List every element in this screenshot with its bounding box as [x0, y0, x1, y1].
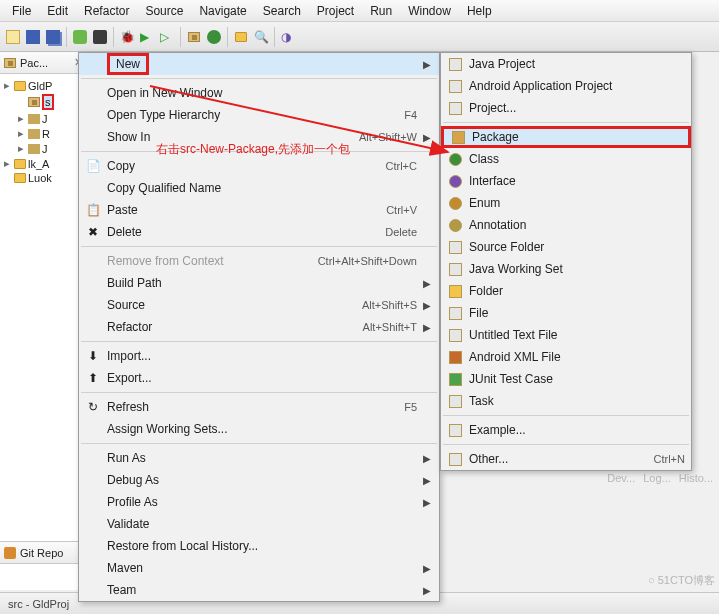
menu-item-open-type-hierarchy[interactable]: Open Type HierarchyF4: [79, 104, 439, 126]
menu-window[interactable]: Window: [400, 1, 459, 21]
submenu-item-interface[interactable]: Interface: [441, 170, 691, 192]
jar-icon: [28, 144, 40, 154]
debug-button[interactable]: 🐞: [118, 28, 136, 46]
tree-node-src[interactable]: s: [2, 93, 85, 111]
avd-button[interactable]: [91, 28, 109, 46]
menu-item-profile-as[interactable]: Profile As▶: [79, 491, 439, 513]
menu-item-export[interactable]: ⬆Export...: [79, 367, 439, 389]
submenu-item-java-working-set[interactable]: Java Working Set: [441, 258, 691, 280]
menu-separator: [81, 78, 437, 79]
run-button[interactable]: ▶: [138, 28, 156, 46]
tree-node-project[interactable]: Luok: [2, 171, 85, 185]
menu-item-validate[interactable]: Validate: [79, 513, 439, 535]
submenu-item-example[interactable]: Example...: [441, 419, 691, 441]
menu-item-maven[interactable]: Maven▶: [79, 557, 439, 579]
git-repo-label: Git Repo: [20, 547, 63, 559]
menu-item-copy[interactable]: 📄CopyCtrl+C: [79, 155, 439, 177]
menu-separator: [81, 341, 437, 342]
submenu-item-java-project[interactable]: Java Project: [441, 53, 691, 75]
save-all-button[interactable]: [44, 28, 62, 46]
menu-item-run-as[interactable]: Run As▶: [79, 447, 439, 469]
menu-item-refresh[interactable]: ↻RefreshF5: [79, 396, 439, 418]
menu-separator: [443, 444, 689, 445]
submenu-item-other[interactable]: Other...Ctrl+N: [441, 448, 691, 470]
paste-icon: 📋: [79, 203, 107, 217]
toolbar-separator: [113, 27, 114, 47]
git-repo-tab[interactable]: Git Repo: [0, 542, 88, 564]
android-sdk-button[interactable]: [71, 28, 89, 46]
other-icon: [441, 453, 469, 466]
tree-node-jar[interactable]: ▸J: [2, 141, 85, 156]
menu-source[interactable]: Source: [137, 1, 191, 21]
save-button[interactable]: [24, 28, 42, 46]
tree-node-jar[interactable]: ▸J: [2, 111, 85, 126]
menu-edit[interactable]: Edit: [39, 1, 76, 21]
submenu-item-folder[interactable]: Folder: [441, 280, 691, 302]
submenu-item-file[interactable]: File: [441, 302, 691, 324]
menu-shortcut: Delete: [385, 226, 423, 238]
tree-node-project[interactable]: ▸GldP: [2, 78, 85, 93]
menu-item-label: Refresh: [107, 400, 404, 414]
menu-item-label: Run As: [107, 451, 423, 465]
submenu-item-junit-test-case[interactable]: JUnit Test Case: [441, 368, 691, 390]
menu-item-label: Copy: [107, 159, 386, 173]
new-class-button[interactable]: [205, 28, 223, 46]
menu-item-restore-from-local-history[interactable]: Restore from Local History...: [79, 535, 439, 557]
menu-item-team[interactable]: Team▶: [79, 579, 439, 601]
new-submenu[interactable]: Java ProjectAndroid Application ProjectP…: [440, 52, 692, 471]
submenu-item-android-xml-file[interactable]: Android XML File: [441, 346, 691, 368]
menu-item-copy-qualified-name[interactable]: Copy Qualified Name: [79, 177, 439, 199]
menu-item-source[interactable]: SourceAlt+Shift+S▶: [79, 294, 439, 316]
submenu-arrow-icon: ▶: [423, 453, 433, 464]
menu-item-refactor[interactable]: RefactorAlt+Shift+T▶: [79, 316, 439, 338]
submenu-item-label: JUnit Test Case: [469, 372, 685, 386]
pkg-icon: [444, 131, 472, 144]
menu-item-label: Open in New Window: [107, 86, 423, 100]
open-task-button[interactable]: ◑: [279, 28, 297, 46]
menu-run[interactable]: Run: [362, 1, 400, 21]
tree-node-jar[interactable]: ▸R: [2, 126, 85, 141]
tree-node-project[interactable]: ▸lk_A: [2, 156, 85, 171]
menu-item-label: Import...: [107, 349, 423, 363]
package-icon: [4, 58, 16, 68]
project-tree[interactable]: ▸GldP s ▸J ▸R ▸J ▸lk_A Luok: [0, 74, 87, 189]
submenu-item-enum[interactable]: Enum: [441, 192, 691, 214]
submenu-item-untitled-text-file[interactable]: Untitled Text File: [441, 324, 691, 346]
submenu-item-task[interactable]: Task: [441, 390, 691, 412]
anno-icon: [441, 219, 469, 232]
run-last-button[interactable]: ▷: [158, 28, 176, 46]
menu-item-label: Remove from Context: [107, 254, 318, 268]
submenu-item-package[interactable]: Package: [441, 126, 691, 148]
folder-icon: [441, 285, 469, 298]
menu-file[interactable]: File: [4, 1, 39, 21]
menu-search[interactable]: Search: [255, 1, 309, 21]
menu-item-build-path[interactable]: Build Path▶: [79, 272, 439, 294]
menu-item-open-in-new-window[interactable]: Open in New Window: [79, 82, 439, 104]
menu-item-paste[interactable]: 📋PasteCtrl+V: [79, 199, 439, 221]
menu-item-label: Delete: [107, 225, 385, 239]
menu-help[interactable]: Help: [459, 1, 500, 21]
submenu-item-annotation[interactable]: Annotation: [441, 214, 691, 236]
submenu-item-android-application-project[interactable]: Android Application Project: [441, 75, 691, 97]
menu-project[interactable]: Project: [309, 1, 362, 21]
menu-refactor[interactable]: Refactor: [76, 1, 137, 21]
new-button[interactable]: [4, 28, 22, 46]
submenu-item-source-folder[interactable]: Source Folder: [441, 236, 691, 258]
package-explorer-tab[interactable]: Pac... ✕: [0, 52, 87, 74]
submenu-item-label: File: [469, 306, 685, 320]
menu-item-label: Assign Working Sets...: [107, 422, 423, 436]
watermark: ○ 51CTO博客: [648, 573, 715, 588]
context-menu[interactable]: New▶Open in New WindowOpen Type Hierarch…: [78, 52, 440, 602]
new-package-button[interactable]: [185, 28, 203, 46]
menu-item-debug-as[interactable]: Debug As▶: [79, 469, 439, 491]
menu-item-delete[interactable]: ✖DeleteDelete: [79, 221, 439, 243]
menu-item-assign-working-sets[interactable]: Assign Working Sets...: [79, 418, 439, 440]
menu-item-new[interactable]: New▶: [79, 53, 439, 75]
submenu-item-project[interactable]: Project...: [441, 97, 691, 119]
submenu-item-class[interactable]: Class: [441, 148, 691, 170]
open-type-button[interactable]: [232, 28, 250, 46]
menu-navigate[interactable]: Navigate: [191, 1, 254, 21]
menu-item-label: Copy Qualified Name: [107, 181, 423, 195]
search-button[interactable]: 🔍: [252, 28, 270, 46]
menu-item-import[interactable]: ⬇Import...: [79, 345, 439, 367]
